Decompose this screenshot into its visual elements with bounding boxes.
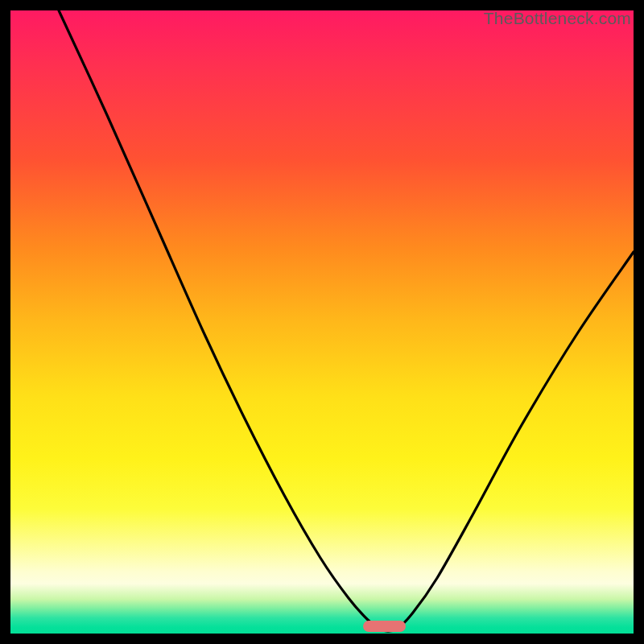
chart-frame: TheBottleneck.com [10,10,634,634]
bottleneck-curve [10,10,634,634]
watermark-text: TheBottleneck.com [484,9,631,28]
plot-area [10,10,634,634]
optimal-point-marker [363,621,406,632]
